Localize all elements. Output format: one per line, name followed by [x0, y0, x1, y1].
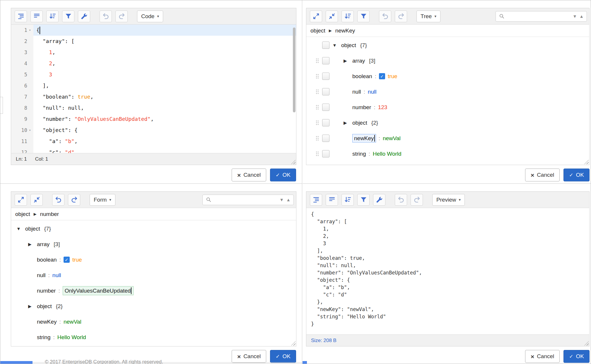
ok-button[interactable]: ✓OK [563, 169, 590, 181]
sort-button[interactable] [341, 194, 354, 206]
node-value[interactable]: null [52, 272, 61, 279]
node-field[interactable]: string [352, 151, 366, 157]
search-prev-icon[interactable]: ▲ [579, 14, 584, 18]
breadcrumb-current[interactable]: number [40, 211, 59, 217]
expand-triangle-icon[interactable]: ▶ [342, 120, 352, 126]
collapse-triangle-icon[interactable]: ▼ [331, 43, 341, 48]
filter-button[interactable] [357, 11, 370, 22]
collapse-all-button[interactable] [30, 194, 43, 206]
cancel-button[interactable]: ×Cancel [525, 169, 560, 181]
format-button[interactable] [310, 194, 322, 206]
undo-button[interactable] [379, 11, 391, 22]
search-input[interactable] [214, 197, 277, 203]
redo-button[interactable] [68, 194, 80, 206]
format-button[interactable] [15, 11, 27, 22]
expand-all-button[interactable] [15, 194, 27, 206]
drag-handle-icon[interactable] [313, 89, 322, 95]
drag-handle-icon[interactable] [313, 73, 322, 79]
node-field[interactable]: boolean [352, 73, 372, 80]
repair-button[interactable] [78, 11, 90, 22]
node-menu-button[interactable] [322, 119, 329, 126]
fold-caret-icon[interactable]: ▾ [28, 125, 32, 136]
node-field[interactable]: newKey [37, 319, 57, 325]
checkbox-checked[interactable]: ✓ [379, 73, 385, 79]
node-value[interactable]: true [388, 73, 397, 80]
preview-content[interactable]: { "array": [ 1, 2, 3 ], "boolean": true,… [306, 208, 589, 334]
node-field[interactable]: object [341, 42, 356, 49]
node-field[interactable]: number [37, 288, 56, 294]
code-line[interactable]: 2, [33, 58, 296, 69]
cancel-button[interactable]: ×Cancel [525, 350, 560, 363]
node-value[interactable]: OnlyValuesCanBeUpdated [65, 288, 131, 294]
vertical-scrollbar[interactable] [292, 25, 296, 153]
mode-dropdown-form[interactable]: Form ▾ [90, 194, 115, 206]
value-edit-box[interactable]: OnlyValuesCanBeUpdated [63, 286, 134, 295]
code-line[interactable]: ], [33, 80, 296, 91]
redo-button[interactable] [395, 11, 407, 22]
cancel-button[interactable]: ×Cancel [232, 350, 266, 363]
repair-button[interactable] [373, 194, 385, 206]
node-field[interactable]: newKey [354, 135, 374, 142]
node-field[interactable]: string [37, 334, 50, 341]
compact-button[interactable] [30, 11, 43, 22]
node-value[interactable]: true [72, 257, 82, 263]
node-field[interactable]: boolean [37, 257, 57, 263]
sort-button[interactable] [341, 11, 354, 22]
node-value[interactable]: newVal [383, 135, 401, 142]
fold-caret-icon[interactable]: ▾ [28, 25, 32, 36]
code-line[interactable]: "object": { [33, 125, 296, 136]
mode-dropdown-tree[interactable]: Tree ▾ [416, 11, 440, 22]
code-line[interactable]: "c": "d" [33, 147, 296, 153]
search-next-icon[interactable]: ▼ [279, 198, 284, 202]
node-menu-button[interactable] [322, 104, 329, 111]
code-line[interactable]: "number": "OnlyValuesCanBeUpdated", [33, 114, 296, 125]
checkbox-checked[interactable]: ✓ [64, 257, 70, 263]
code-area[interactable]: 1▾2345678910▾1112 { "array": [ 1, 2, 3 ]… [11, 25, 296, 153]
node-field[interactable]: null [352, 89, 361, 95]
redo-button[interactable] [411, 194, 423, 206]
breadcrumb-root[interactable]: object [310, 28, 325, 34]
scrollbar-thumb[interactable] [293, 28, 296, 112]
ok-button[interactable]: ✓OK [270, 350, 296, 363]
node-menu-button[interactable] [322, 57, 329, 64]
node-value[interactable]: null [368, 89, 377, 95]
node-menu-button[interactable] [322, 150, 329, 157]
mode-dropdown-code[interactable]: Code ▾ [137, 11, 163, 22]
search-next-icon[interactable]: ▼ [573, 14, 577, 18]
node-field[interactable]: array [37, 241, 49, 248]
cancel-button[interactable]: ×Cancel [232, 169, 266, 181]
node-menu-button[interactable] [322, 88, 329, 95]
breadcrumb-current[interactable]: newKey [335, 28, 355, 34]
code-line[interactable]: { [33, 25, 296, 36]
drag-handle-icon[interactable] [313, 135, 322, 141]
code-line[interactable]: "null": null, [33, 102, 296, 114]
undo-button[interactable] [395, 194, 407, 206]
collapse-triangle-icon[interactable]: ▼ [15, 226, 25, 231]
code-line[interactable]: "a": "b", [33, 136, 296, 147]
drag-handle-icon[interactable] [313, 58, 322, 63]
search-prev-icon[interactable]: ▲ [286, 198, 291, 202]
code-line[interactable]: 1, [33, 47, 296, 58]
expand-triangle-icon[interactable]: ▶ [342, 58, 352, 63]
node-value[interactable]: 123 [378, 104, 387, 111]
search-input[interactable] [507, 13, 570, 19]
code-line[interactable]: "array": [ [33, 36, 296, 47]
ok-button[interactable]: ✓OK [270, 169, 296, 181]
node-field[interactable]: object [25, 226, 40, 232]
ok-button[interactable]: ✓OK [563, 350, 590, 363]
drag-handle-icon[interactable] [313, 151, 322, 157]
node-value[interactable]: Hello World [57, 334, 86, 341]
redo-button[interactable] [115, 11, 128, 22]
node-field[interactable]: object [352, 120, 367, 126]
node-menu-button[interactable] [322, 42, 329, 49]
expand-triangle-icon[interactable]: ▶ [27, 304, 37, 309]
undo-button[interactable] [52, 194, 64, 206]
node-menu-button[interactable] [322, 135, 329, 142]
code-line[interactable]: 3 [33, 69, 296, 80]
node-field[interactable]: null [37, 272, 46, 279]
drag-handle-icon[interactable] [313, 120, 322, 126]
expand-triangle-icon[interactable]: ▶ [27, 242, 37, 247]
node-menu-button[interactable] [322, 73, 329, 80]
node-value[interactable]: newVal [64, 319, 81, 325]
breadcrumb-root[interactable]: object [15, 211, 30, 217]
